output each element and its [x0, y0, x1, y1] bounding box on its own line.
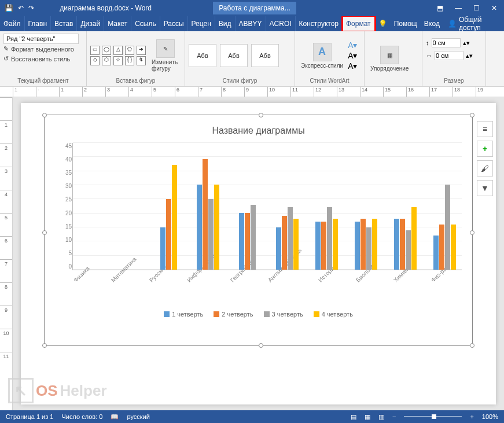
bar[interactable]	[160, 227, 165, 270]
bar[interactable]	[372, 219, 377, 270]
bar[interactable]	[406, 230, 411, 270]
undo-icon[interactable]: ↶	[18, 4, 24, 12]
vertical-ruler[interactable]: 1234567891011	[0, 97, 13, 410]
language-indicator[interactable]: русский	[127, 413, 149, 420]
bar[interactable]	[366, 227, 371, 270]
shape-style-1[interactable]: Абв	[189, 44, 216, 67]
legend-item[interactable]: 4 четверть	[314, 311, 353, 318]
arrange-button[interactable]: ▦ Упорядочение	[368, 43, 411, 74]
chart-legend[interactable]: 1 четверть2 четверть3 четверть4 четверть	[55, 311, 462, 318]
ribbon-options-icon[interactable]: ⬒	[437, 4, 443, 12]
bar[interactable]	[321, 222, 326, 270]
bar[interactable]	[208, 199, 214, 270]
tab-constructor[interactable]: Конструктор	[296, 16, 343, 31]
zoom-out-icon[interactable]: −	[392, 413, 396, 420]
format-selection[interactable]: ✎ Формат выделенного	[3, 44, 83, 54]
horizontal-ruler[interactable]: 1·12345678910111213141516171819	[0, 87, 504, 97]
bar[interactable]	[239, 213, 244, 270]
tell-me[interactable]: 💡	[375, 16, 391, 31]
bar[interactable]	[451, 225, 456, 270]
width-input[interactable]	[435, 51, 463, 60]
tab-review[interactable]: Рецен	[188, 16, 215, 31]
shape-style-2[interactable]: Абв	[220, 44, 248, 67]
bar[interactable]	[197, 185, 202, 270]
chart-layouts-button[interactable]: ≡	[477, 121, 493, 137]
bar[interactable]	[214, 185, 219, 270]
text-effects-icon[interactable]: A▾	[348, 61, 357, 71]
tab-design[interactable]: Дизай	[77, 16, 104, 31]
chart-plot-area[interactable]: 051015202530354045	[72, 143, 462, 270]
chart-object[interactable]: ≡ + 🖌 ▼ Название диаграммы 0510152025303…	[44, 115, 473, 346]
resize-handle-sw[interactable]	[42, 343, 47, 348]
page[interactable]: ≡ + 🖌 ▼ Название диаграммы 0510152025303…	[21, 103, 496, 404]
height-input[interactable]	[432, 38, 461, 47]
tab-login[interactable]: Вход	[421, 16, 443, 31]
read-mode-icon[interactable]: ▤	[351, 413, 356, 421]
bar[interactable]	[360, 219, 366, 270]
resize-handle-w[interactable]	[42, 230, 47, 235]
chart-element-selector[interactable]: Ряд "2 четверть"	[3, 34, 79, 44]
bar[interactable]	[245, 213, 250, 270]
chart-styles-button[interactable]: 🖌	[477, 160, 493, 176]
zoom-level[interactable]: 100%	[482, 413, 498, 420]
bar[interactable]	[203, 159, 208, 270]
minimize-icon[interactable]: —	[455, 4, 462, 12]
edit-shape-button[interactable]: ✎ Изменить фигуру	[149, 37, 181, 74]
tab-acrobat[interactable]: ACROI	[266, 16, 296, 31]
print-layout-icon[interactable]: ▦	[365, 413, 370, 421]
tab-home[interactable]: Главн	[25, 16, 51, 31]
legend-item[interactable]: 1 четверть	[164, 311, 203, 318]
tab-references[interactable]: Ссыль	[131, 16, 160, 31]
bar[interactable]	[433, 236, 439, 270]
bar[interactable]	[439, 225, 444, 270]
bar[interactable]	[288, 207, 293, 270]
tab-file[interactable]: Файл	[0, 16, 25, 31]
shape-style-3[interactable]: Абв	[251, 44, 279, 67]
bar[interactable]	[276, 227, 281, 270]
save-icon[interactable]: 💾	[5, 4, 13, 12]
text-outline-icon[interactable]: A▾	[348, 51, 357, 60]
resize-handle-s[interactable]	[259, 343, 263, 348]
redo-icon[interactable]: ↷	[28, 4, 34, 12]
zoom-in-icon[interactable]: +	[470, 413, 473, 420]
bar[interactable]	[282, 216, 287, 270]
word-count[interactable]: Число слов: 0	[61, 413, 102, 420]
chart-tools-tab[interactable]: Работа с диаграмма...	[213, 2, 296, 14]
bar[interactable]	[333, 219, 338, 270]
legend-item[interactable]: 3 четверть	[264, 311, 303, 318]
resize-handle-nw[interactable]	[42, 113, 47, 117]
shape-gallery[interactable]: ▭◯△⬠➜ ◇⬡☆{ }↯	[90, 46, 147, 65]
zoom-slider[interactable]	[404, 416, 462, 417]
legend-item[interactable]: 2 четверть	[214, 311, 253, 318]
share-button[interactable]: 👤Общий доступ	[443, 16, 504, 31]
bar[interactable]	[172, 165, 177, 270]
tab-layout[interactable]: Макет	[104, 16, 131, 31]
maximize-icon[interactable]: ☐	[473, 4, 480, 12]
reset-style[interactable]: ↺ Восстановить стиль	[3, 54, 83, 64]
bar[interactable]	[315, 222, 321, 270]
wordart-styles-button[interactable]: A Экспресс-стили	[299, 41, 345, 71]
chart-title[interactable]: Название диаграммы	[55, 126, 462, 136]
tab-mailings[interactable]: Рассы	[160, 16, 188, 31]
bar[interactable]	[355, 222, 360, 270]
bar[interactable]	[327, 207, 332, 270]
chart-filter-button[interactable]: ▼	[477, 180, 493, 196]
resize-handle-e[interactable]	[470, 230, 474, 235]
tab-format[interactable]: Формат	[343, 16, 375, 31]
resize-handle-se[interactable]	[470, 343, 474, 348]
chart-element-add-button[interactable]: +	[477, 141, 493, 157]
tab-help[interactable]: Помощ	[391, 16, 421, 31]
bar[interactable]	[293, 219, 299, 270]
tab-abbyy[interactable]: ABBYY	[236, 16, 266, 31]
resize-handle-ne[interactable]	[470, 113, 474, 117]
tab-view[interactable]: Вид	[215, 16, 236, 31]
page-indicator[interactable]: Страница 1 из 1	[6, 413, 53, 420]
bar[interactable]	[445, 185, 450, 270]
text-fill-icon[interactable]: A▾	[348, 41, 357, 50]
resize-handle-n[interactable]	[259, 113, 263, 117]
web-layout-icon[interactable]: ▥	[378, 413, 384, 421]
bar[interactable]	[166, 199, 171, 270]
tab-insert[interactable]: Встав	[51, 16, 77, 31]
bar[interactable]	[251, 205, 256, 270]
close-icon[interactable]: ✕	[491, 4, 497, 12]
